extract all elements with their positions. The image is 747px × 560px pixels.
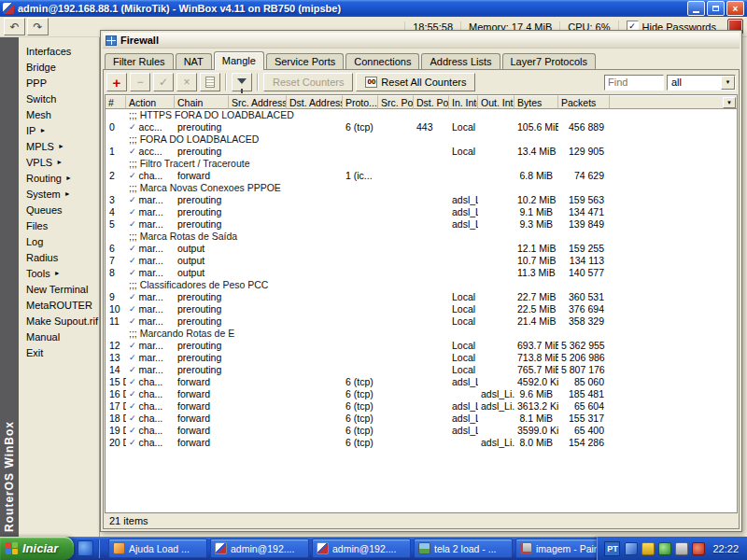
tab-layer7-protocols[interactable]: Layer7 Protocols bbox=[502, 53, 597, 69]
disable-rule-button[interactable]: × bbox=[176, 73, 197, 91]
column-header-num[interactable]: # bbox=[106, 95, 126, 109]
taskbar-task-tela-2-load[interactable]: tela 2 load - ... bbox=[414, 539, 513, 558]
tab-connections[interactable]: Connections bbox=[345, 53, 419, 69]
comment-row[interactable]: ;;; Marcando Rotas de E bbox=[106, 328, 737, 340]
tab-service-ports[interactable]: Service Ports bbox=[266, 53, 344, 69]
chevron-down-icon[interactable]: ▼ bbox=[721, 76, 735, 90]
sidebar-item-metarouter[interactable]: MetaROUTER bbox=[19, 297, 99, 313]
tab-mangle[interactable]: Mangle bbox=[214, 51, 264, 70]
sidebar-item-make-supout-rif[interactable]: Make Supout.rif bbox=[19, 313, 99, 329]
column-header-dst-port[interactable]: Dst. Port bbox=[414, 95, 449, 109]
rule-row[interactable]: 11✓mar...preroutingLocal21.4 MiB358 329 bbox=[106, 315, 737, 328]
start-button[interactable]: Iniciar bbox=[0, 537, 74, 560]
column-header-src-address[interactable]: Src. Address bbox=[229, 95, 287, 109]
close-button[interactable]: × bbox=[726, 1, 744, 16]
rule-row[interactable]: 16 D✓cha...forward6 (tcp)adsl_Li...9.6 M… bbox=[106, 388, 737, 400]
column-header-packets[interactable]: Packets bbox=[558, 95, 610, 109]
rule-row[interactable]: 5✓mar...preroutingadsl_Li...9.3 MiB139 8… bbox=[106, 218, 737, 231]
column-header-src-port[interactable]: Src. Port bbox=[378, 95, 414, 109]
rule-row[interactable]: 6✓mar...output12.1 MiB159 255 bbox=[106, 243, 737, 255]
quick-launch-icon[interactable] bbox=[78, 540, 93, 556]
column-header-proto[interactable]: Proto... bbox=[343, 95, 378, 109]
network-icon[interactable] bbox=[625, 542, 638, 555]
filter-button[interactable] bbox=[232, 73, 252, 91]
comment-row[interactable]: ;;; FORA DO LOADBALACED bbox=[106, 133, 737, 146]
cell-spacer bbox=[610, 388, 737, 400]
reset-counters-button[interactable]: Reset Counters bbox=[263, 73, 353, 91]
taskbar-task-admin-192[interactable]: admin@192.... bbox=[312, 539, 411, 558]
rule-row[interactable]: 14✓mar...preroutingLocal765.7 MiB5 807 1… bbox=[106, 364, 737, 376]
messenger-icon[interactable] bbox=[658, 542, 671, 555]
sidebar-item-tools[interactable]: Tools► bbox=[19, 265, 99, 281]
sidebar-item-ip[interactable]: IP► bbox=[19, 122, 99, 138]
rule-row[interactable]: 0✓acc...prerouting6 (tcp)443Local105.6 M… bbox=[106, 121, 737, 133]
minimize-button[interactable] bbox=[687, 1, 705, 16]
reset-all-counters-button[interactable]: 00 Reset All Counters bbox=[356, 73, 475, 91]
sidebar-item-mesh[interactable]: Mesh bbox=[19, 106, 99, 122]
column-header-dst-address[interactable]: Dst. Address bbox=[287, 95, 343, 109]
comment-row[interactable]: ;;; Marca Rotas de Saída bbox=[106, 231, 737, 243]
undo-button[interactable]: ↶ bbox=[4, 18, 25, 35]
sidebar-item-queues[interactable]: Queues bbox=[19, 202, 99, 217]
sidebar-item-radius[interactable]: Radius bbox=[19, 249, 99, 265]
sidebar-item-bridge[interactable]: Bridge bbox=[19, 59, 99, 75]
column-header-action[interactable]: Action bbox=[126, 95, 175, 109]
sidebar-item-switch[interactable]: Switch bbox=[19, 91, 99, 106]
sidebar-item-files[interactable]: Files bbox=[19, 217, 99, 233]
redo-button[interactable]: ↷ bbox=[27, 18, 49, 35]
sidebar-item-mpls[interactable]: MPLS► bbox=[19, 138, 99, 154]
sidebar-item-routing[interactable]: Routing► bbox=[19, 170, 99, 186]
taskbar-task-admin-192[interactable]: admin@192.... bbox=[210, 539, 309, 558]
remove-rule-button[interactable]: − bbox=[130, 73, 150, 91]
rule-row[interactable]: 3✓mar...preroutingadsl_Li...10.2 MiB159 … bbox=[106, 194, 737, 206]
rule-row[interactable]: 10✓mar...preroutingLocal22.5 MiB376 694 bbox=[106, 303, 737, 315]
column-options-button[interactable]: ▼ bbox=[723, 97, 736, 108]
add-rule-button[interactable]: + bbox=[106, 73, 127, 91]
rule-row[interactable]: 8✓mar...output11.3 MiB140 577 bbox=[106, 267, 737, 279]
sidebar-item-log[interactable]: Log bbox=[19, 233, 99, 249]
rule-row[interactable]: 17 D✓cha...forward6 (tcp)adsl_Li...adsl_… bbox=[106, 400, 737, 413]
cell-src-address bbox=[229, 352, 287, 364]
comment-button[interactable] bbox=[200, 73, 220, 91]
comment-row[interactable]: ;;; HTTPS FORA DO LOADBALACED bbox=[106, 109, 737, 121]
sidebar-item-interfaces[interactable]: Interfaces bbox=[19, 43, 99, 59]
column-header-bytes[interactable]: Bytes bbox=[514, 95, 558, 109]
find-input[interactable] bbox=[604, 75, 664, 91]
rule-row[interactable]: 13✓mar...preroutingLocal713.8 MiB5 206 9… bbox=[106, 352, 737, 364]
rule-row[interactable]: 1✓acc...preroutingLocal13.4 MiB129 905 bbox=[106, 146, 737, 158]
sidebar-item-new-terminal[interactable]: New Terminal bbox=[19, 281, 99, 297]
tab-filter-rules[interactable]: Filter Rules bbox=[105, 53, 174, 69]
column-header-in-inter[interactable]: In. Inter... bbox=[449, 95, 478, 109]
comment-row[interactable]: ;;; Classificadores de Peso PCC bbox=[106, 279, 737, 291]
rule-row[interactable]: 9✓mar...preroutingLocal22.7 MiB360 531 bbox=[106, 291, 737, 303]
comment-row[interactable]: ;;; Marca Novas Conexoes PPPOE bbox=[106, 182, 737, 194]
rule-row[interactable]: 19 D✓cha...forward6 (tcp)adsl_Li...3599.… bbox=[106, 425, 737, 437]
maximize-button[interactable] bbox=[707, 1, 725, 16]
rule-row[interactable]: 4✓mar...preroutingadsl_Li...9.1 MiB134 4… bbox=[106, 206, 737, 218]
tab-address-lists[interactable]: Address Lists bbox=[421, 53, 500, 69]
language-indicator[interactable]: PT bbox=[604, 541, 620, 556]
sidebar-item-system[interactable]: System► bbox=[19, 186, 99, 202]
rule-row[interactable]: 20 D✓cha...forward6 (tcp)adsl_Li...8.0 M… bbox=[106, 437, 737, 449]
sidebar-item-manual[interactable]: Manual bbox=[19, 329, 99, 344]
sidebar-item-vpls[interactable]: VPLS► bbox=[19, 154, 99, 170]
sidebar-item-exit[interactable]: Exit bbox=[19, 344, 99, 360]
security-icon[interactable] bbox=[641, 542, 655, 555]
firewall-titlebar[interactable]: Firewall bbox=[103, 33, 740, 49]
rule-row[interactable]: 12✓mar...preroutingLocal693.7 MiB5 362 9… bbox=[106, 340, 737, 352]
tab-nat[interactable]: NAT bbox=[176, 53, 212, 69]
rule-row[interactable]: 15 D✓cha...forward6 (tcp)adsl_Li...4592.… bbox=[106, 376, 737, 388]
rule-row[interactable]: 2✓cha...forward1 (ic...6.8 MiB74 629 bbox=[106, 170, 737, 182]
update-icon[interactable] bbox=[692, 542, 705, 555]
taskbar-task-imagem-paint[interactable]: imagem - Paint bbox=[515, 539, 597, 558]
rule-row[interactable]: 18 D✓cha...forward6 (tcp)adsl_Li...8.1 M… bbox=[106, 413, 737, 425]
rule-row[interactable]: 7✓mar...output10.7 MiB134 113 bbox=[106, 255, 737, 267]
volume-icon[interactable] bbox=[675, 542, 688, 555]
column-header-chain[interactable]: Chain bbox=[175, 95, 229, 109]
enable-rule-button[interactable]: ✓ bbox=[153, 73, 174, 91]
sidebar-item-ppp[interactable]: PPP bbox=[19, 75, 99, 91]
column-header-out-int[interactable]: Out. Int... bbox=[478, 95, 514, 109]
taskbar-task-ajuda-load[interactable]: Ajuda Load ... bbox=[108, 539, 207, 558]
comment-row[interactable]: ;;; Filtro Tracert / Traceroute bbox=[106, 158, 737, 170]
filter-scope-select[interactable]: all ▼ bbox=[667, 75, 736, 91]
